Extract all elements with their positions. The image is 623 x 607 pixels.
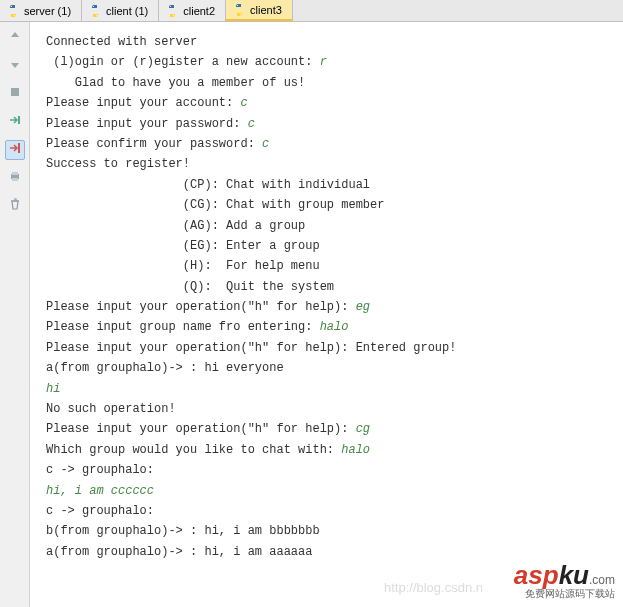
user-input: c	[240, 96, 247, 110]
tab-client3[interactable]: client3	[226, 0, 293, 21]
console-text: (CP): Chat with individual	[46, 178, 370, 192]
console-line: Glad to have you a member of us!	[46, 73, 615, 93]
svg-rect-9	[18, 116, 20, 124]
up-button[interactable]	[5, 28, 25, 48]
tab-label: server (1)	[24, 5, 71, 17]
user-input: hi, i am cccccc	[46, 484, 154, 498]
user-input: hi	[46, 382, 60, 396]
svg-point-4	[170, 5, 171, 6]
console-line: (H): For help menu	[46, 256, 615, 276]
console-line: Which group would you like to chat with:…	[46, 440, 615, 460]
console-line: Please input group name fro entering: ha…	[46, 317, 615, 337]
console-line: Please input your operation("h" for help…	[46, 419, 615, 439]
console-line: Please input your operation("h" for help…	[46, 338, 615, 358]
console-line: Success to register!	[46, 154, 615, 174]
console-text: Which group would you like to chat with:	[46, 443, 341, 457]
exit-button[interactable]	[5, 140, 25, 160]
console-text: Please input your password:	[46, 117, 248, 131]
user-input: r	[320, 55, 327, 69]
stop-button[interactable]	[5, 84, 25, 104]
svg-point-7	[240, 13, 241, 14]
console-text: c -> grouphalo:	[46, 463, 154, 477]
console-line: hi, i am cccccc	[46, 481, 615, 501]
console-text: Glad to have you a member of us!	[46, 76, 305, 90]
tab-label: client3	[250, 4, 282, 16]
tab-label: client2	[183, 5, 215, 17]
console-line: (CG): Chat with group member	[46, 195, 615, 215]
console-line: (CP): Chat with individual	[46, 175, 615, 195]
svg-rect-8	[11, 88, 19, 96]
print-button[interactable]	[5, 168, 25, 188]
python-icon	[6, 4, 20, 18]
stop-icon	[8, 85, 22, 103]
down-button[interactable]	[5, 56, 25, 76]
down-icon	[8, 57, 22, 75]
svg-point-1	[14, 14, 15, 15]
up-icon	[8, 29, 22, 47]
console-line: b(from grouphalo)-> : hi, i am bbbbbbb	[46, 521, 615, 541]
console-line: (Q): Quit the system	[46, 277, 615, 297]
sidebar	[0, 22, 30, 607]
trash-icon	[8, 197, 22, 215]
user-input: c	[262, 137, 269, 151]
console-text: Connected with server	[46, 35, 197, 49]
exit-icon	[8, 141, 22, 159]
console-text: a(from grouphalo)-> : hi everyone	[46, 361, 284, 375]
console-line: Please input your password: c	[46, 114, 615, 134]
tab-client2[interactable]: client2	[159, 0, 226, 21]
console-line: Please input your account: c	[46, 93, 615, 113]
svg-rect-10	[18, 143, 20, 153]
console-text: Please input group name fro entering:	[46, 320, 320, 334]
tab-label: client (1)	[106, 5, 148, 17]
console-line: hi	[46, 379, 615, 399]
python-icon	[232, 3, 246, 17]
console-line: No such operation!	[46, 399, 615, 419]
user-input: c	[248, 117, 255, 131]
console-text: (l)ogin or (r)egister a new account:	[46, 55, 320, 69]
user-input: halo	[320, 320, 349, 334]
tab-bar: server (1)client (1)client2client3	[0, 0, 623, 22]
console-text: Success to register!	[46, 157, 190, 171]
console-text: Please input your operation("h" for help…	[46, 300, 356, 314]
svg-rect-13	[12, 178, 18, 181]
print-icon	[8, 169, 22, 187]
console-text: (Q): Quit the system	[46, 280, 334, 294]
console-line: a(from grouphalo)-> : hi everyone	[46, 358, 615, 378]
svg-point-5	[173, 14, 174, 15]
console-text: (H): For help menu	[46, 259, 320, 273]
tab-client-1-[interactable]: client (1)	[82, 0, 159, 21]
console-line: Connected with server	[46, 32, 615, 52]
svg-rect-12	[12, 172, 18, 175]
console-output[interactable]: Connected with server (l)ogin or (r)egis…	[30, 22, 623, 607]
svg-point-0	[11, 5, 12, 6]
console-text: Please input your operation("h" for help…	[46, 341, 456, 355]
console-line: (l)ogin or (r)egister a new account: r	[46, 52, 615, 72]
console-text: a(from grouphalo)-> : hi, i am aaaaaa	[46, 545, 312, 559]
console-line: c -> grouphalo:	[46, 460, 615, 480]
svg-point-6	[237, 4, 238, 5]
console-line: Please input your operation("h" for help…	[46, 297, 615, 317]
user-input: cg	[356, 422, 370, 436]
console-text: (EG): Enter a group	[46, 239, 320, 253]
run-to-icon	[8, 113, 22, 131]
svg-point-3	[96, 14, 97, 15]
console-line: (EG): Enter a group	[46, 236, 615, 256]
console-line: a(from grouphalo)-> : hi, i am aaaaaa	[46, 542, 615, 562]
console-text: Please input your operation("h" for help…	[46, 422, 356, 436]
console-text: No such operation!	[46, 402, 176, 416]
tab-server-1-[interactable]: server (1)	[0, 0, 82, 21]
user-input: eg	[356, 300, 370, 314]
run-to-button[interactable]	[5, 112, 25, 132]
console-line: Please confirm your password: c	[46, 134, 615, 154]
console-text: c -> grouphalo:	[46, 504, 154, 518]
console-line: (AG): Add a group	[46, 216, 615, 236]
trash-button[interactable]	[5, 196, 25, 216]
svg-point-2	[93, 5, 94, 6]
console-text: Please confirm your password:	[46, 137, 262, 151]
console-line: c -> grouphalo:	[46, 501, 615, 521]
console-text: Please input your account:	[46, 96, 240, 110]
python-icon	[165, 4, 179, 18]
console-text: (AG): Add a group	[46, 219, 305, 233]
user-input: halo	[341, 443, 370, 457]
console-text: b(from grouphalo)-> : hi, i am bbbbbbb	[46, 524, 320, 538]
